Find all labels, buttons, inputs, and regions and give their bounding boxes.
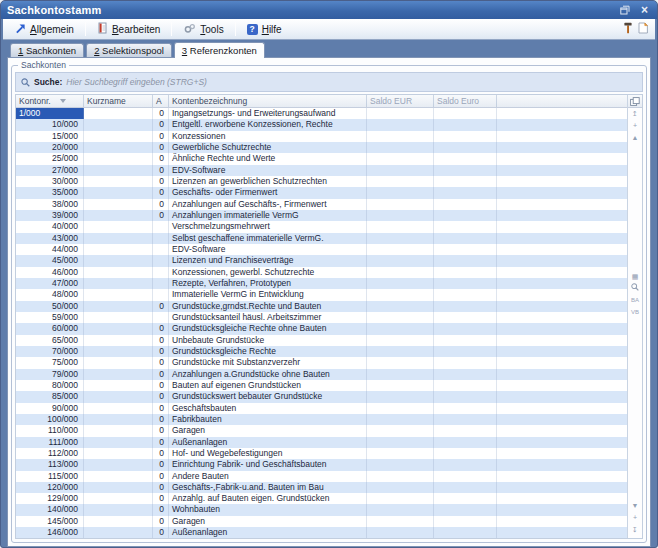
table-row[interactable]: 113/000 0 Einrichtung Fabrik- und Geschä… xyxy=(16,459,627,470)
cell-saldo-euro[interactable] xyxy=(434,165,497,176)
cell-kurzname[interactable] xyxy=(84,255,153,266)
tools-button[interactable]: Tools xyxy=(177,21,229,38)
cell-saldo-euro[interactable] xyxy=(434,108,497,119)
cell-saldo-euro[interactable] xyxy=(434,199,497,210)
header-kurzname[interactable]: Kurzname xyxy=(84,95,153,107)
cell-kurzname[interactable] xyxy=(84,448,153,459)
cell-kurzname[interactable] xyxy=(84,301,153,312)
cell-bezeichnung[interactable]: Gewerbliche Schutzrechte xyxy=(169,142,367,153)
table-row[interactable]: 90/000 0 Geschäftsbauten xyxy=(16,403,627,414)
cell-a[interactable]: 0 xyxy=(153,504,169,515)
cell-kurzname[interactable] xyxy=(84,289,153,300)
cell-bezeichnung[interactable]: Grundstücksanteil häusl. Arbeitszimmer xyxy=(169,312,367,323)
table-row[interactable]: 65/000 0 Unbebaute Grundstücke xyxy=(16,335,627,346)
cell-a[interactable]: 0 xyxy=(153,131,169,142)
table-row[interactable]: 75/000 0 Grundstücke mit Substanzverzehr xyxy=(16,357,627,368)
cell-kontonr[interactable]: 110/000 xyxy=(16,425,84,436)
cell-a[interactable]: 0 xyxy=(153,323,169,334)
cell-a[interactable]: 0 xyxy=(153,346,169,357)
tab-referenzkonten[interactable]: 3 Referenzkonten xyxy=(174,42,265,58)
cell-kurzname[interactable] xyxy=(84,187,153,198)
table-row[interactable]: 15/000 0 Konzessionen xyxy=(16,131,627,142)
cell-a[interactable]: 0 xyxy=(153,391,169,402)
cell-saldo-eur[interactable] xyxy=(367,255,434,266)
table-row[interactable]: 46/000 Konzessionen, gewerbl. Schutzrech… xyxy=(16,267,627,278)
cell-saldo-euro[interactable] xyxy=(434,131,497,142)
cell-saldo-eur[interactable] xyxy=(367,516,434,527)
close-button[interactable]: × xyxy=(638,4,651,17)
cell-kurzname[interactable] xyxy=(84,346,153,357)
cell-bezeichnung[interactable]: Bauten auf eigenen Grundstücken xyxy=(169,380,367,391)
cell-a[interactable]: 0 xyxy=(153,176,169,187)
cell-kontonr[interactable]: 111/000 xyxy=(16,437,84,448)
cell-kurzname[interactable] xyxy=(84,210,153,221)
cell-kurzname[interactable] xyxy=(84,504,153,515)
cell-bezeichnung[interactable]: Konzessionen xyxy=(169,131,367,142)
sort-desc-icon[interactable] xyxy=(60,99,66,103)
cell-bezeichnung[interactable]: Lizenzen an gewerblichen Schutzrechten xyxy=(169,176,367,187)
cell-saldo-eur[interactable] xyxy=(367,267,434,278)
cell-bezeichnung[interactable]: Konzessionen, gewerbl. Schutzrechte xyxy=(169,267,367,278)
bearbeiten-button[interactable]: Bearbeiten xyxy=(91,20,166,38)
cell-a[interactable]: 0 xyxy=(153,448,169,459)
grid-settings-button[interactable]: ▦ xyxy=(632,271,639,283)
cell-saldo-euro[interactable] xyxy=(434,493,497,504)
cell-bezeichnung[interactable]: Hof- und Wegebefestigungen xyxy=(169,448,367,459)
cell-a[interactable]: 0 xyxy=(153,187,169,198)
cell-a[interactable]: 0 xyxy=(153,516,169,527)
cell-bezeichnung[interactable]: Grundstücke mit Substanzverzehr xyxy=(169,357,367,368)
cell-kontonr[interactable]: 140/000 xyxy=(16,504,84,515)
table-row[interactable]: 59/000 Grundstücksanteil häusl. Arbeitsz… xyxy=(16,312,627,323)
cell-kurzname[interactable] xyxy=(84,391,153,402)
table-row[interactable]: 100/000 0 Fabrikbauten xyxy=(16,414,627,425)
table-row[interactable]: 10/000 0 Entgeltl. erworbene Konzessione… xyxy=(16,119,627,130)
cell-a[interactable]: 0 xyxy=(153,437,169,448)
cell-kontonr[interactable]: 129/000 xyxy=(16,493,84,504)
cell-kurzname[interactable] xyxy=(84,199,153,210)
cell-bezeichnung[interactable]: Andere Bauten xyxy=(169,471,367,482)
table-row[interactable]: 35/000 0 Geschäfts- oder Firmenwert xyxy=(16,187,627,198)
cell-bezeichnung[interactable]: Ingangsetzungs- und Erweiterungsaufwand xyxy=(169,108,367,119)
cell-saldo-euro[interactable] xyxy=(434,233,497,244)
cell-kontonr[interactable]: 60/000 xyxy=(16,323,84,334)
tab-sachkonten[interactable]: 1 Sachkonten xyxy=(10,43,84,57)
row-up-button[interactable]: ▲ xyxy=(632,132,639,144)
cell-saldo-eur[interactable] xyxy=(367,425,434,436)
cell-saldo-euro[interactable] xyxy=(434,357,497,368)
cell-saldo-euro[interactable] xyxy=(434,153,497,164)
cell-a[interactable]: 0 xyxy=(153,369,169,380)
cell-saldo-euro[interactable] xyxy=(434,459,497,470)
cell-saldo-euro[interactable] xyxy=(434,312,497,323)
table-row[interactable]: 45/000 Lizenzen und Franchiseverträge xyxy=(16,255,627,266)
cell-saldo-eur[interactable] xyxy=(367,323,434,334)
cell-saldo-eur[interactable] xyxy=(367,301,434,312)
cell-saldo-euro[interactable] xyxy=(434,527,497,538)
table-row[interactable]: 110/000 0 Garagen xyxy=(16,425,627,436)
cell-kurzname[interactable] xyxy=(84,267,153,278)
cell-saldo-eur[interactable] xyxy=(367,414,434,425)
cell-kurzname[interactable] xyxy=(84,425,153,436)
cell-saldo-eur[interactable] xyxy=(367,187,434,198)
cell-kontonr[interactable]: 145/000 xyxy=(16,516,84,527)
cell-kontonr[interactable]: 79/000 xyxy=(16,369,84,380)
cell-saldo-euro[interactable] xyxy=(434,210,497,221)
row-down-button[interactable]: ▼ xyxy=(632,500,639,512)
cell-a[interactable]: 0 xyxy=(153,210,169,221)
cell-kurzname[interactable] xyxy=(84,119,153,130)
cell-kontonr[interactable]: 85/000 xyxy=(16,391,84,402)
cell-a[interactable]: 0 xyxy=(153,142,169,153)
cell-kontonr[interactable]: 113/000 xyxy=(16,459,84,470)
cell-kurzname[interactable] xyxy=(84,165,153,176)
cell-bezeichnung[interactable]: Anzahlungen auf Geschäfts-, Firmenwert xyxy=(169,199,367,210)
table-row[interactable]: 27/000 0 EDV-Software xyxy=(16,165,627,176)
grid-search-button[interactable] xyxy=(631,283,639,295)
table-row[interactable]: 48/000 Immaterielle VermG in Entwicklung xyxy=(16,289,627,300)
cell-bezeichnung[interactable]: Verschmelzungsmehrwert xyxy=(169,221,367,232)
cell-saldo-eur[interactable] xyxy=(367,459,434,470)
cell-a[interactable]: 0 xyxy=(153,301,169,312)
cell-kontonr[interactable]: 65/000 xyxy=(16,335,84,346)
cell-kontonr[interactable]: 27/000 xyxy=(16,165,84,176)
cell-saldo-eur[interactable] xyxy=(367,380,434,391)
cell-saldo-euro[interactable] xyxy=(434,414,497,425)
cell-bezeichnung[interactable]: Grundstücke,grndst.Rechte und Bauten xyxy=(169,301,367,312)
